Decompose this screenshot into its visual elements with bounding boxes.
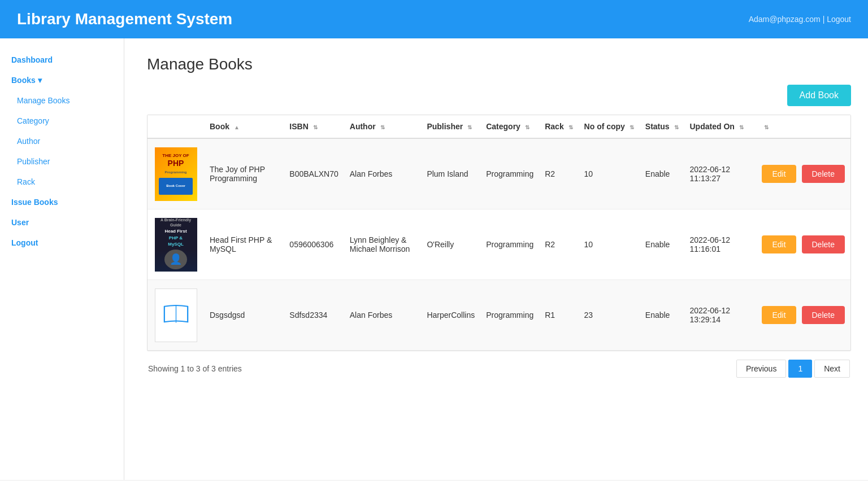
cell-cover: THE JOY OF PHP Programming Book Cover	[147, 138, 204, 209]
book-cover: A Brain-Friendly Guide Head First PHP & …	[155, 218, 197, 272]
user-email: Adam@phpzag.com	[749, 15, 821, 24]
cell-actions: Edit Delete	[756, 209, 850, 280]
page-1-button[interactable]: 1	[788, 360, 812, 378]
col-updated-on[interactable]: Updated On ⇅	[684, 115, 757, 138]
cell-book: Dsgsdgsd	[204, 280, 284, 351]
sidebar-item-books[interactable]: Books ▾	[0, 70, 124, 90]
sort-icon-book: ▲	[234, 124, 240, 130]
cell-no-of-copy: 10	[579, 209, 640, 280]
table-footer: Showing 1 to 3 of 3 entries Previous 1 N…	[147, 360, 851, 378]
table-row: THE JOY OF PHP Programming Book Cover Th…	[147, 138, 850, 209]
books-table: Book ▲ ISBN ⇅ Author ⇅ Publisher ⇅ Categ…	[147, 115, 850, 351]
sort-icon-actions: ⇅	[764, 124, 769, 130]
cell-status: Enable	[640, 280, 684, 351]
header-user: Adam@phpzag.com | Logout	[749, 15, 851, 24]
col-isbn[interactable]: ISBN ⇅	[284, 115, 344, 138]
cell-no-of-copy: 23	[579, 280, 640, 351]
cell-no-of-copy: 10	[579, 138, 640, 209]
books-table-container: Book ▲ ISBN ⇅ Author ⇅ Publisher ⇅ Categ…	[147, 115, 851, 351]
cell-updated-on: 2022-06-12 13:29:14	[684, 280, 757, 351]
col-actions: ⇅	[756, 115, 850, 138]
cell-isbn: Sdfsd2334	[284, 280, 344, 351]
previous-button[interactable]: Previous	[736, 360, 786, 378]
cell-publisher: HarperCollins	[421, 280, 480, 351]
sort-icon-status: ⇅	[674, 124, 679, 130]
layout: Dashboard Books ▾ Manage Books Category …	[0, 38, 868, 480]
book-cover: THE JOY OF PHP Programming Book Cover	[155, 147, 197, 201]
col-publisher[interactable]: Publisher ⇅	[421, 115, 480, 138]
header-separator: |	[823, 15, 825, 24]
table-row: Dsgsdgsd Sdfsd2334 Alan Forbes HarperCol…	[147, 280, 850, 351]
sidebar-item-user[interactable]: User	[0, 212, 124, 233]
sort-icon-author: ⇅	[380, 124, 385, 130]
toolbar: Add Book	[147, 85, 851, 106]
col-cover	[147, 115, 204, 138]
pagination: Previous 1 Next	[736, 360, 850, 378]
col-author[interactable]: Author ⇅	[344, 115, 422, 138]
col-rack[interactable]: Rack ⇅	[539, 115, 578, 138]
table-row: A Brain-Friendly Guide Head First PHP & …	[147, 209, 850, 280]
cell-actions: Edit Delete	[756, 138, 850, 209]
cell-isbn: B00BALXN70	[284, 138, 344, 209]
edit-button[interactable]: Edit	[762, 235, 796, 253]
sidebar-item-category[interactable]: Category	[0, 111, 124, 131]
cell-status: Enable	[640, 138, 684, 209]
page-title: Manage Books	[147, 55, 851, 73]
sort-icon-isbn: ⇅	[313, 124, 318, 130]
cell-updated-on: 2022-06-12 11:16:01	[684, 209, 757, 280]
header: Library Management System Adam@phpzag.co…	[0, 0, 868, 38]
sidebar-item-rack[interactable]: Rack	[0, 172, 124, 192]
cell-status: Enable	[640, 209, 684, 280]
cell-category: Programming	[480, 280, 539, 351]
col-no-of-copy[interactable]: No of copy ⇅	[579, 115, 640, 138]
sort-icon-no-of-copy: ⇅	[630, 124, 634, 130]
col-book[interactable]: Book ▲	[204, 115, 284, 138]
sort-icon-updated-on: ⇅	[739, 124, 744, 130]
sort-icon-publisher: ⇅	[467, 124, 472, 130]
sort-icon-category: ⇅	[525, 124, 530, 130]
showing-text: Showing 1 to 3 of 3 entries	[148, 364, 242, 373]
cell-author: Alan Forbes	[344, 138, 422, 209]
cell-author: Lynn Beighley & Michael Morrison	[344, 209, 422, 280]
edit-button[interactable]: Edit	[762, 306, 796, 324]
cell-rack: R1	[539, 280, 578, 351]
sidebar-item-issue-books[interactable]: Issue Books	[0, 192, 124, 212]
logout-link[interactable]: Logout	[827, 15, 851, 24]
cell-category: Programming	[480, 138, 539, 209]
sidebar: Dashboard Books ▾ Manage Books Category …	[0, 38, 124, 480]
cell-book: Head First PHP & MySQL	[204, 209, 284, 280]
cell-book: The Joy of PHP Programming	[204, 138, 284, 209]
col-category[interactable]: Category ⇅	[480, 115, 539, 138]
book-cover	[155, 288, 197, 342]
cell-cover: A Brain-Friendly Guide Head First PHP & …	[147, 209, 204, 280]
sidebar-item-manage-books[interactable]: Manage Books	[0, 90, 124, 111]
add-book-button[interactable]: Add Book	[787, 85, 851, 106]
next-button[interactable]: Next	[814, 360, 850, 378]
cell-isbn: 0596006306	[284, 209, 344, 280]
cell-cover	[147, 280, 204, 351]
delete-button[interactable]: Delete	[802, 306, 845, 324]
col-status[interactable]: Status ⇅	[640, 115, 684, 138]
sidebar-item-logout[interactable]: Logout	[0, 233, 124, 253]
sidebar-item-author[interactable]: Author	[0, 131, 124, 151]
sidebar-item-publisher[interactable]: Publisher	[0, 151, 124, 172]
cell-actions: Edit Delete	[756, 280, 850, 351]
table-header-row: Book ▲ ISBN ⇅ Author ⇅ Publisher ⇅ Categ…	[147, 115, 850, 138]
main-content: Manage Books Add Book Book ▲ ISBN ⇅ Auth…	[124, 38, 868, 480]
cell-category: Programming	[480, 209, 539, 280]
cell-rack: R2	[539, 138, 578, 209]
cell-updated-on: 2022-06-12 11:13:27	[684, 138, 757, 209]
cell-publisher: O'Reilly	[421, 209, 480, 280]
edit-button[interactable]: Edit	[762, 165, 796, 183]
cell-rack: R2	[539, 209, 578, 280]
sidebar-item-dashboard[interactable]: Dashboard	[0, 50, 124, 70]
cell-author: Alan Forbes	[344, 280, 422, 351]
delete-button[interactable]: Delete	[802, 235, 845, 253]
cell-publisher: Plum Island	[421, 138, 480, 209]
app-title: Library Management System	[17, 10, 232, 28]
delete-button[interactable]: Delete	[802, 165, 845, 183]
sort-icon-rack: ⇅	[568, 124, 573, 130]
